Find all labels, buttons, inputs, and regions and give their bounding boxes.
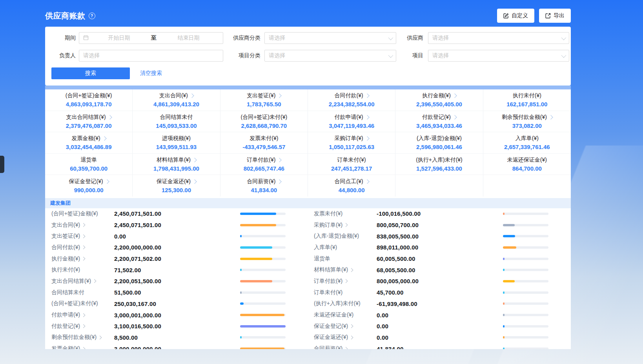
- summary-metric-cell[interactable]: 订单付款(¥) 802,665,747.46: [220, 154, 308, 175]
- date-range-input[interactable]: 开始日期 至 结束日期: [79, 32, 223, 44]
- metric-label-wrap: 支出合同结算(¥): [51, 278, 114, 285]
- metric-label-row: 进项税额(¥): [162, 135, 191, 142]
- summary-metric-cell[interactable]: 未返还保证金(¥) 864,700.00: [483, 154, 571, 175]
- metric-value: 2,234,382,554.00: [329, 101, 375, 107]
- export-button[interactable]: 导出: [539, 9, 571, 23]
- summary-metric-cell[interactable]: 支出合同(¥) 4,861,309,413.20: [133, 89, 220, 111]
- select-placeholder: 请选择: [432, 52, 449, 59]
- metric-value: 0.00: [114, 233, 126, 240]
- summary-metric-cell[interactable]: (合同+签证)金额(¥) 4,863,093,178.70: [45, 89, 133, 111]
- company-metric-row[interactable]: 支出合同结算(¥) 2,200,051,500.00: [45, 276, 308, 287]
- metric-value: 3,465,934,033.46: [416, 122, 462, 129]
- metric-label-row: 付款申请(¥): [335, 114, 369, 121]
- company-name-link[interactable]: 建发集团: [50, 200, 71, 207]
- company-metric-row: 入库单(¥) 898,011,000.00: [308, 242, 571, 253]
- progress-bar-track: [503, 235, 548, 237]
- company-metric-row[interactable]: 保证金登记(¥) 0.00: [308, 320, 571, 332]
- summary-metric-cell[interactable]: 保证金登记(¥) 990,000.00: [45, 175, 133, 197]
- page-header: 供应商账款 ? 自定义 导出: [45, 0, 571, 27]
- end-date-placeholder[interactable]: 结束日期: [158, 35, 219, 42]
- company-metric-row[interactable]: 材料结算单(¥) 68,005,500.00: [308, 264, 571, 276]
- summary-metric-cell[interactable]: 采购订单(¥) 1,050,117,025.63: [308, 132, 395, 154]
- metric-label-row: 保证金登记(¥): [69, 178, 109, 185]
- company-metric-row[interactable]: 保证金返还(¥) 0.00: [308, 332, 571, 343]
- side-drawer-handle[interactable]: [0, 156, 4, 173]
- summary-metric-cell[interactable]: 支出签证(¥) 1,783,765.50: [220, 89, 308, 111]
- supplier-category-label: 供应商分类: [223, 35, 260, 42]
- company-metric-row[interactable]: 付款申请(¥) 3,000,001,000.00: [45, 309, 308, 321]
- summary-metric-cell[interactable]: 保证金返还(¥) 125,300.00: [133, 175, 220, 197]
- metric-label: 执行金额(¥): [51, 255, 80, 262]
- summary-metric-cell[interactable]: 合同薪资(¥) 41,834.00: [220, 175, 308, 197]
- chevron-right-icon: [82, 347, 86, 349]
- summary-metric-cell[interactable]: 付款申请(¥) 3,047,119,493.46: [308, 111, 395, 133]
- summary-metric-cell[interactable]: 材料结算单(¥) 1,798,431,995.00: [133, 154, 220, 175]
- company-metric-row[interactable]: 发票金额(¥) 3,000,000,000.00: [45, 343, 308, 349]
- metric-label-row: 支出签证(¥): [247, 92, 281, 99]
- metric-label: (合同+签证)未付(¥): [51, 300, 98, 307]
- summary-metric-cell[interactable]: 合同点工(¥) 44,800.00: [308, 175, 395, 197]
- progress-bar-track: [240, 280, 286, 282]
- summary-metric-cell[interactable]: 合同结算未付 145,093,533.00: [133, 111, 220, 133]
- company-metric-row[interactable]: 支出签证(¥) 0.00: [45, 231, 308, 242]
- summary-metric-cell[interactable]: (执行+入库)未付(¥) 1,527,596,433.00: [395, 154, 483, 175]
- company-metric-row[interactable]: 合同薪资(¥) 41,834.00: [308, 343, 571, 349]
- progress-bar-track: [503, 224, 548, 226]
- company-metric-row: 退货单 60,005,500.00: [308, 253, 571, 264]
- supplier-select[interactable]: 请选择: [428, 32, 569, 44]
- progress-bar-fill: [240, 246, 272, 249]
- start-date-placeholder[interactable]: 开始日期: [89, 35, 149, 42]
- progress-bar-track: [240, 269, 286, 271]
- metric-label: (入库-退货)金额(¥): [314, 233, 359, 240]
- summary-metric-cell[interactable]: 订单未付(¥) 247,451,278.17: [308, 154, 395, 175]
- metric-value: 2,200,071,502.00: [114, 255, 161, 262]
- metric-label-row: 发票未付(¥): [250, 135, 278, 142]
- chevron-right-icon: [365, 94, 369, 98]
- company-metric-row[interactable]: 剩余预付款金额(¥) 8,500.00: [45, 332, 308, 343]
- summary-metric-cell[interactable]: (入库-退货)金额(¥) 2,596,980,061.46: [395, 132, 483, 154]
- company-metric-row[interactable]: 支出合同(¥) 2,450,071,501.00: [45, 219, 308, 231]
- metric-value: 0.00: [377, 323, 388, 329]
- summary-metric-cell[interactable]: 发票未付(¥) -433,479,546.57: [220, 132, 308, 154]
- progress-bar-fill: [503, 348, 505, 349]
- owner-select[interactable]: 请选择: [79, 50, 223, 62]
- summary-metric-cell[interactable]: 退货单 60,359,700.00: [45, 154, 133, 175]
- metric-label-row: (合同+签证)金额(¥): [66, 92, 112, 99]
- summary-metric-cell[interactable]: 入库单(¥) 2,657,339,761.46: [483, 132, 571, 154]
- summary-metric-cell[interactable]: 剩余预付款金额(¥) 373,082.00: [483, 111, 571, 133]
- metric-label-wrap: 合同结算未付: [51, 289, 114, 296]
- summary-metric-cell[interactable]: 执行未付(¥) 162,167,851.00: [483, 89, 571, 111]
- summary-metric-cell[interactable]: 执行金额(¥) 2,396,550,405.00: [395, 89, 483, 111]
- metric-label: 付款登记(¥): [422, 114, 451, 121]
- progress-bar-fill: [240, 336, 242, 339]
- metric-label: 剩余预付款金额(¥): [51, 334, 97, 341]
- customize-button[interactable]: 自定义: [497, 9, 534, 23]
- summary-metric-cell[interactable]: 支出合同结算(¥) 2,379,476,087.00: [45, 111, 133, 133]
- summary-metric-cell[interactable]: 付款登记(¥) 3,465,934,033.46: [395, 111, 483, 133]
- company-metric-row[interactable]: 合同付款(¥) 2,200,000,000.00: [45, 242, 308, 253]
- metric-value: 898,011,000.00: [377, 244, 418, 251]
- company-metric-row[interactable]: 采购订单(¥) 800,050,700.00: [308, 219, 571, 231]
- summary-metric-cell[interactable]: 发票金额(¥) 3,032,454,486.89: [45, 132, 133, 154]
- summary-metric-cell[interactable]: (合同+签证)未付(¥) 2,628,668,790.70: [220, 111, 308, 133]
- metric-value: 4,861,309,413.20: [153, 101, 199, 107]
- project-category-select[interactable]: 请选择: [264, 50, 396, 62]
- company-metric-row[interactable]: 执行金额(¥) 2,200,071,502.00: [45, 253, 308, 264]
- progress-bar-fill: [503, 224, 515, 226]
- metric-value: 373,082.00: [512, 122, 542, 129]
- search-button[interactable]: 搜索: [51, 67, 130, 79]
- help-icon[interactable]: ?: [89, 13, 95, 19]
- summary-metric-cell[interactable]: 合同付款(¥) 2,234,382,554.00: [308, 89, 395, 111]
- company-metric-row[interactable]: 订单付款(¥) 800,005,000.00: [308, 276, 571, 287]
- metric-label-wrap: 剩余预付款金额(¥): [51, 334, 114, 341]
- clear-search-link[interactable]: 清空搜索: [140, 70, 162, 77]
- metric-value: 145,093,533.00: [156, 122, 197, 129]
- chevron-right-icon: [365, 179, 369, 184]
- company-metric-row: 合同结算未付 51,500.00: [45, 287, 308, 298]
- supplier-category-select[interactable]: 请选择: [264, 32, 396, 44]
- company-metric-row[interactable]: 付款登记(¥) 3,100,016,500.00: [45, 320, 308, 332]
- project-select[interactable]: 请选择: [428, 50, 569, 62]
- metric-value: 838,005,500.00: [377, 233, 419, 240]
- progress-bar-track: [240, 246, 286, 249]
- summary-metric-cell[interactable]: 进项税额(¥) 143,959,511.93: [133, 132, 220, 154]
